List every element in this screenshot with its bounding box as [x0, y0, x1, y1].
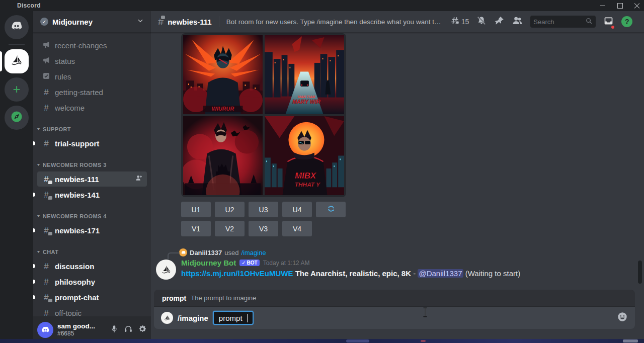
unread-indicator [33, 295, 35, 299]
members-icon [512, 15, 523, 28]
channel-trial-support[interactable]: # trial-support [37, 136, 147, 151]
v2-button[interactable]: V2 [215, 221, 245, 236]
section-chat[interactable]: ▼ CHAT [33, 246, 151, 258]
chevron-down-icon: ▼ [36, 127, 41, 131]
u1-button[interactable]: U1 [181, 202, 211, 217]
user-avatar[interactable] [37, 322, 53, 338]
invite-people-icon[interactable] [135, 174, 143, 184]
channel-newbies-111[interactable]: # newbies-111 [37, 172, 147, 187]
search-input[interactable] [533, 18, 585, 26]
settings-gear-icon[interactable] [138, 324, 147, 335]
job-link[interactable]: https://s.mj.run/l1OHvEuMUWE [181, 269, 293, 278]
bell-slash-icon [476, 16, 487, 28]
message-timestamp: Today at 1:12 AM [263, 260, 310, 267]
reply-spine [168, 252, 180, 260]
user-mention[interactable]: @Daniil1337 [418, 269, 463, 278]
prompt-field-value: prompt [219, 314, 243, 322]
threads-button[interactable]: 15 [450, 16, 469, 28]
add-server-button[interactable]: + [5, 77, 29, 102]
hash-icon: # [41, 262, 51, 271]
channel-rules[interactable]: rules [37, 69, 147, 84]
channel-list: recent-changes status rules # getting-st… [33, 33, 151, 316]
separator-dash: - [413, 269, 416, 278]
slash-command-popup[interactable]: prompt The prompt to imagine [154, 290, 635, 307]
u4-button[interactable]: U4 [282, 202, 312, 217]
reply-action: used [224, 249, 238, 256]
message-list[interactable]: WIURUR [151, 33, 644, 290]
hash-icon: # [41, 309, 51, 317]
server-name: Midjourney [52, 18, 137, 26]
explore-servers-button[interactable] [5, 106, 29, 130]
reply-user-avatar [179, 248, 187, 256]
channel-newbies-171[interactable]: # newbies-171 [37, 223, 147, 238]
user-identity[interactable]: sam good... #6685 [57, 322, 106, 337]
channel-prompt-chat[interactable]: # prompt-chat [37, 290, 147, 305]
megaphone-icon [41, 56, 51, 66]
hash-chat-icon: # [41, 191, 51, 199]
active-server-indicator [0, 51, 2, 71]
channel-status[interactable]: status [37, 53, 147, 68]
channel-discussion[interactable]: # discussion [37, 259, 147, 274]
u3-button[interactable]: U3 [249, 202, 278, 217]
chevron-down-icon [137, 17, 144, 26]
generated-image-3[interactable] [183, 116, 263, 195]
bot-message: Midjourney Bot ✓BOT Today at 1:12 AM htt… [181, 259, 644, 279]
generated-image-1[interactable]: WIURUR [183, 35, 263, 114]
help-button[interactable]: ? [621, 16, 632, 27]
reply-context[interactable]: Daniil1337 used /imagine [179, 248, 644, 256]
image-caption-text: MAN TIAM [298, 95, 315, 99]
midjourney-image-grid[interactable]: WIURUR [181, 33, 346, 197]
maximize-button[interactable] [617, 3, 623, 9]
text-caret [247, 314, 248, 322]
server-icon-midjourney[interactable] [5, 49, 29, 73]
member-list-button[interactable] [512, 15, 523, 28]
notifications-muted-button[interactable] [476, 16, 487, 28]
home-button[interactable] [5, 15, 29, 39]
channel-sidebar: ✓ Midjourney recent-changes status rules [33, 11, 151, 343]
v1-button[interactable]: V1 [181, 221, 211, 236]
channel-topic[interactable]: Bot room for new users. Type /imagine th… [226, 18, 443, 26]
taskbar-edge [0, 339, 644, 343]
midjourney-bot-avatar[interactable] [156, 260, 176, 280]
v4-button[interactable]: V4 [282, 221, 312, 236]
chat-header: # newbies-111 Bot room for new users. Ty… [151, 11, 644, 33]
command-bot-avatar [161, 312, 173, 324]
channel-title: newbies-111 [168, 18, 212, 26]
hash-icon: # [41, 278, 51, 286]
plus-icon: + [13, 82, 20, 96]
reply-command-link[interactable]: /imagine [242, 249, 266, 256]
notification-dot [610, 25, 615, 30]
pinned-messages-button[interactable] [494, 16, 504, 28]
reply-username[interactable]: Daniil1337 [190, 249, 222, 256]
section-newcomer-rooms-3[interactable]: ▼ NEWCOMER ROOMS 3 [33, 159, 151, 171]
channel-getting-started[interactable]: # getting-started [37, 84, 147, 100]
generated-image-2[interactable]: MAN TIAM MARY WIR [265, 35, 344, 114]
microphone-icon[interactable] [110, 324, 119, 335]
section-newcomer-rooms-4[interactable]: ▼ NEWCOMER ROOMS 4 [33, 210, 151, 222]
chevron-down-icon: ▼ [36, 214, 41, 218]
option-description: The prompt to imagine [191, 294, 256, 302]
chat-scrollbar[interactable] [638, 261, 642, 284]
close-button[interactable] [634, 3, 640, 9]
channel-off-topic[interactable]: # off-topic [37, 305, 147, 316]
prompt-option-field[interactable]: prompt [213, 311, 254, 325]
server-header[interactable]: ✓ Midjourney [33, 11, 151, 33]
search-box[interactable] [530, 16, 596, 28]
generated-image-4[interactable]: MIBX THHAT Y [265, 116, 344, 195]
unread-indicator [33, 264, 35, 268]
u2-button[interactable]: U2 [215, 202, 245, 217]
inbox-button[interactable] [603, 16, 614, 28]
v3-button[interactable]: V3 [249, 221, 278, 236]
message-input-bar[interactable]: /imagine prompt [154, 307, 635, 329]
channel-recent-changes[interactable]: recent-changes [37, 38, 147, 53]
channel-welcome[interactable]: # welcome [37, 100, 147, 115]
reroll-button[interactable] [316, 202, 346, 217]
bot-author-name[interactable]: Midjourney Bot [181, 259, 236, 267]
headphones-icon[interactable] [124, 324, 133, 335]
channel-newbies-141[interactable]: # newbies-141 [37, 187, 147, 202]
minimize-button[interactable] [600, 3, 606, 9]
channel-philosophy[interactable]: # philosophy [37, 274, 147, 289]
chevron-down-icon: ▼ [36, 250, 41, 254]
emoji-picker-button[interactable] [617, 311, 628, 324]
section-support[interactable]: ▼ SUPPORT [33, 123, 151, 135]
